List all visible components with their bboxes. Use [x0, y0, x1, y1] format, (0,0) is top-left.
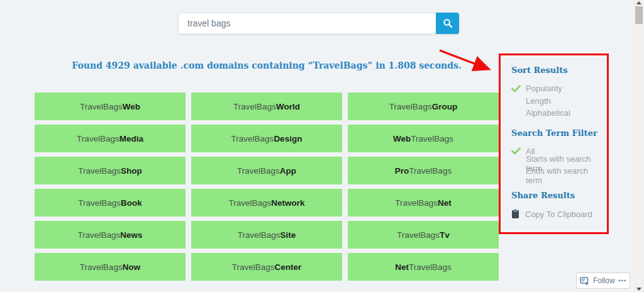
search-icon	[443, 18, 453, 28]
scrollbar-up-arrow-icon[interactable]	[636, 1, 641, 4]
copy-to-clipboard-button[interactable]: Copy To Clipboard	[511, 209, 606, 219]
sort-option-popularity[interactable]: Popularity	[511, 82, 606, 95]
result-summary: Found 4929 available .com domains contai…	[35, 60, 499, 70]
domain-tile[interactable]: TravelBagsNetwork	[191, 189, 342, 216]
follow-more-menu[interactable]: •••	[619, 278, 626, 284]
domain-tile[interactable]: TravelBagsNews	[35, 221, 186, 249]
search-term-filter-heading: Search Term Filter	[511, 128, 606, 138]
sort-results-heading: Sort Results	[511, 65, 606, 75]
domain-tile[interactable]: TravelBagsDesign	[191, 125, 342, 152]
domain-tile[interactable]: WebTravelBags	[348, 125, 499, 152]
domain-tile[interactable]: TravelBagsNet	[348, 189, 499, 216]
filter-options: All Starts with search term Ends with se…	[511, 145, 606, 182]
options-panel: Sort Results Popularity Length Alphabeti…	[511, 65, 606, 219]
scrollbar-down-arrow-icon[interactable]	[636, 288, 641, 291]
follow-label: Follow	[593, 276, 615, 285]
scrollbar-thumb[interactable]	[635, 6, 643, 24]
domain-tile[interactable]: TravelBagsMedia	[35, 125, 186, 152]
follow-button[interactable]: Follow •••	[576, 272, 630, 289]
clipboard-icon	[511, 209, 519, 219]
check-icon	[511, 147, 521, 155]
search-button[interactable]	[436, 13, 459, 34]
domain-tile[interactable]: ProTravelBags	[348, 157, 499, 184]
search-bar	[178, 13, 459, 34]
domain-tile[interactable]: TravelBagsSite	[191, 221, 342, 249]
domain-tile[interactable]: TravelBagsCenter	[191, 253, 342, 281]
domain-tile[interactable]: TravelBagsTv	[348, 221, 499, 249]
filter-option-ends-with[interactable]: Ends with search term	[511, 170, 606, 182]
check-icon	[511, 85, 521, 93]
domain-results-grid: TravelBagsWeb TravelBagsWorld TravelBags…	[35, 93, 499, 281]
domain-tile[interactable]: NetTravelBags	[348, 253, 499, 281]
domain-tile[interactable]: TravelBagsWeb	[35, 93, 186, 120]
search-input[interactable]	[178, 13, 436, 34]
domain-tile[interactable]: TravelBagsBook	[35, 189, 186, 216]
follow-icon	[580, 277, 589, 285]
domain-tile[interactable]: TravelBagsNow	[35, 253, 186, 281]
share-results-heading: Share Results	[511, 191, 606, 200]
domain-tile[interactable]: TravelBagsWorld	[191, 93, 342, 120]
domain-tile[interactable]: TravelBagsGroup	[348, 93, 499, 120]
scrollbar[interactable]	[634, 0, 644, 292]
domain-tile[interactable]: TravelBagsShop	[35, 157, 186, 184]
sort-option-length[interactable]: Length	[511, 95, 606, 108]
domain-tile[interactable]: TravelBagsApp	[191, 157, 342, 184]
sort-option-alphabetical[interactable]: Alphabetical	[511, 107, 606, 120]
sort-options: Popularity Length Alphabetical	[511, 82, 606, 120]
